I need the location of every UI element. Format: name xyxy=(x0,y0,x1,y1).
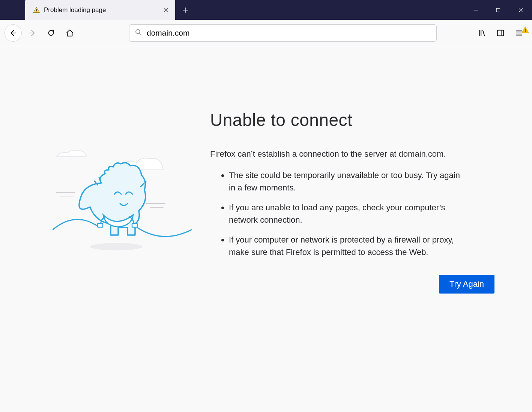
svg-rect-5 xyxy=(525,28,526,31)
try-again-button[interactable]: Try Again xyxy=(439,275,494,294)
close-icon xyxy=(518,7,524,13)
page-content: Unable to connect Firefox can’t establis… xyxy=(0,46,532,412)
maximize-icon xyxy=(496,7,501,13)
forward-button[interactable] xyxy=(24,25,41,41)
nav-toolbar xyxy=(0,20,532,46)
reload-button[interactable] xyxy=(43,25,59,41)
home-button[interactable] xyxy=(62,25,78,41)
reload-icon xyxy=(47,29,55,37)
library-button[interactable] xyxy=(473,25,490,41)
warning-badge-icon xyxy=(521,26,527,32)
minimize-icon xyxy=(473,7,479,13)
search-icon xyxy=(135,28,142,37)
back-button[interactable] xyxy=(5,24,22,42)
new-tab-button[interactable] xyxy=(175,0,195,20)
browser-tab-active[interactable]: Problem loading page xyxy=(25,0,175,20)
tab-strip: Problem loading page xyxy=(0,0,195,20)
sidebar-button[interactable] xyxy=(492,25,509,41)
arrow-right-icon xyxy=(28,29,36,37)
error-suggestion-item: The site could be temporarily unavailabl… xyxy=(229,169,480,194)
error-title: Unable to connect xyxy=(210,110,480,130)
window-maximize-button[interactable] xyxy=(487,0,509,20)
close-icon xyxy=(163,7,169,13)
titlebar: Problem loading page xyxy=(0,0,532,20)
svg-rect-0 xyxy=(36,9,37,11)
error-suggestion-item: If your computer or network is protected… xyxy=(229,234,480,258)
sidebar-icon xyxy=(496,29,505,37)
window-close-button[interactable] xyxy=(509,0,532,20)
app-menu-button[interactable] xyxy=(511,25,527,41)
error-suggestion-item: If you are unable to load any pages, che… xyxy=(229,201,480,226)
error-message: Unable to connect Firefox can’t establis… xyxy=(210,110,480,266)
window-controls xyxy=(464,0,532,20)
svg-rect-2 xyxy=(496,8,500,12)
error-description: Firefox can’t establish a connection to … xyxy=(210,148,480,160)
svg-rect-12 xyxy=(98,223,103,227)
svg-point-11 xyxy=(90,243,143,250)
warning-icon xyxy=(33,6,40,14)
tab-title: Problem loading page xyxy=(44,6,158,14)
titlebar-drag-region[interactable] xyxy=(195,0,464,20)
url-bar[interactable] xyxy=(129,24,437,42)
svg-point-14 xyxy=(145,181,147,183)
error-suggestion-list: The site could be temporarily unavailabl… xyxy=(210,169,480,258)
connection-error-illustration xyxy=(53,147,195,252)
plus-icon xyxy=(182,7,189,13)
svg-rect-6 xyxy=(525,31,526,32)
library-icon xyxy=(478,29,486,37)
window-minimize-button[interactable] xyxy=(464,0,487,20)
svg-rect-1 xyxy=(36,11,37,12)
url-input[interactable] xyxy=(147,28,431,37)
svg-rect-4 xyxy=(497,30,504,36)
tab-close-button[interactable] xyxy=(162,6,170,14)
svg-rect-13 xyxy=(132,223,137,227)
arrow-left-icon xyxy=(9,29,17,37)
home-icon xyxy=(66,29,74,37)
